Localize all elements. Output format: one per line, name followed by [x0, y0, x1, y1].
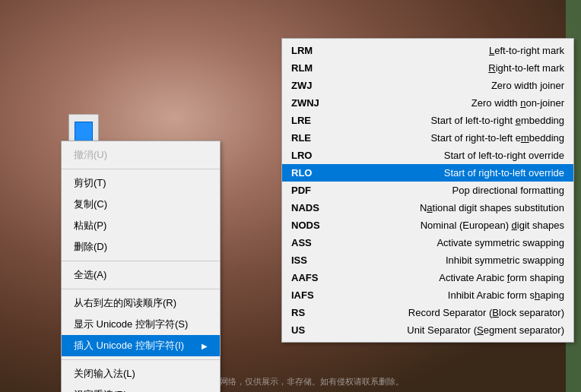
submenu-item-rlm[interactable]: RLM Right-to-left mark — [282, 59, 573, 77]
context-menu-main: 撤消(U) 剪切(T) 复制(C) 粘贴(P) 删除(D) 全选(A) 从右到左… — [61, 141, 221, 392]
menu-item-cut[interactable]: 剪切(T) — [62, 172, 220, 194]
submenu-item-lre[interactable]: LRE Start of left-to-right embedding — [282, 112, 573, 129]
submenu-item-us[interactable]: US Unit Separator (Segment separator) — [282, 321, 573, 339]
submenu-item-aafs[interactable]: AAFS Activate Arabic form shaping — [282, 269, 573, 286]
submenu-item-zwj[interactable]: ZWJ Zero width joiner — [282, 77, 573, 94]
menu-item-undo[interactable]: 撤消(U) — [62, 144, 220, 166]
menu-item-reconvert[interactable]: 汉字重选(R) — [62, 384, 220, 392]
submenu-item-rs[interactable]: RS Record Separator (Block separator) — [282, 304, 573, 321]
submenu-item-lro[interactable]: LRO Start of left-to-right override — [282, 147, 573, 164]
unicode-submenu: LRM Left-to-right mark RLM Right-to-left… — [281, 38, 574, 343]
submenu-arrow-icon: ▶ — [202, 342, 208, 350]
menu-separator-1 — [62, 169, 220, 169]
menu-item-delete[interactable]: 删除(D) — [62, 236, 220, 258]
menu-item-copy[interactable]: 复制(C) — [62, 194, 220, 215]
menu-separator-4 — [62, 359, 220, 360]
menu-item-rtl[interactable]: 从右到左的阅读顺序(R) — [62, 292, 220, 314]
submenu-item-rle[interactable]: RLE Start of right-to-left embedding — [282, 129, 573, 147]
submenu-item-nads[interactable]: NADS National digit shapes substitution — [282, 199, 573, 217]
menu-item-select-all[interactable]: 全选(A) — [62, 264, 220, 286]
submenu-item-ass[interactable]: ASS Activate symmetric swapping — [282, 234, 573, 251]
menu-separator-3 — [62, 289, 220, 289]
menu-item-show-unicode[interactable]: 显示 Unicode 控制字符(S) — [62, 314, 220, 335]
submenu-item-zwnj[interactable]: ZWNJ Zero width non-joiner — [282, 94, 573, 112]
submenu-item-iafs[interactable]: IAFS Inhibit Arabic form shaping — [282, 286, 573, 304]
submenu-item-lrm[interactable]: LRM Left-to-right mark — [282, 42, 573, 59]
menu-separator-2 — [62, 261, 220, 261]
menu-item-insert-unicode[interactable]: 插入 Unicode 控制字符(I) ▶ — [62, 335, 220, 356]
menu-item-paste[interactable]: 粘贴(P) — [62, 215, 220, 236]
menu-item-close-ime[interactable]: 关闭输入法(L) — [62, 363, 220, 384]
submenu-item-pdf[interactable]: PDF Pop directional formatting — [282, 182, 573, 199]
submenu-item-rlo[interactable]: RLO Start of right-to-left override — [282, 164, 573, 182]
submenu-item-iss[interactable]: ISS Inhibit symmetric swapping — [282, 251, 573, 269]
submenu-item-nods[interactable]: NODS Nominal (European) digit shapes — [282, 217, 573, 234]
